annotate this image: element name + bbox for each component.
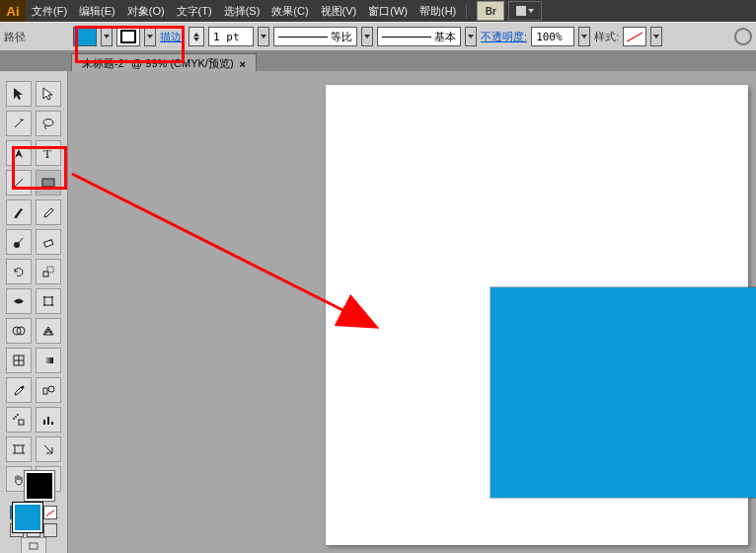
svg-point-17 xyxy=(22,386,25,389)
menu-file[interactable]: 文件(F) xyxy=(26,0,73,22)
pen-tool[interactable] xyxy=(6,140,32,166)
bridge-button[interactable]: Br xyxy=(477,1,504,21)
svg-point-21 xyxy=(15,416,17,418)
menu-view[interactable]: 视图(V) xyxy=(315,0,363,22)
app-logo: Ai xyxy=(0,0,26,22)
menu-edit[interactable]: 编辑(E) xyxy=(73,0,121,22)
blob-brush-tool[interactable] xyxy=(6,229,32,255)
svg-rect-20 xyxy=(19,420,24,425)
svg-rect-25 xyxy=(47,417,49,425)
menu-effect[interactable]: 效果(C) xyxy=(265,0,314,22)
svg-rect-30 xyxy=(30,543,38,549)
menu-separator xyxy=(466,4,467,18)
graphic-style-dropdown[interactable] xyxy=(650,27,662,46)
brush-definition[interactable]: 基本 xyxy=(377,27,461,46)
column-graph-tool[interactable] xyxy=(36,407,61,433)
eraser-tool[interactable] xyxy=(36,229,61,255)
stroke-label[interactable]: 描边: xyxy=(160,30,185,44)
svg-point-23 xyxy=(13,418,15,420)
brush-label: 基本 xyxy=(434,30,456,44)
slice-tool[interactable] xyxy=(36,436,61,462)
svg-rect-18 xyxy=(43,388,47,394)
svg-point-19 xyxy=(48,386,54,392)
mesh-tool[interactable] xyxy=(6,348,32,373)
selection-tool[interactable] xyxy=(6,81,32,107)
svg-point-11 xyxy=(43,304,45,306)
svg-point-22 xyxy=(17,414,19,416)
profile-label: 等比 xyxy=(331,30,352,44)
eyedropper-tool[interactable] xyxy=(6,377,32,403)
document-tab-title: 未标题-2* @ 99% (CMYK/预览) xyxy=(82,56,234,71)
stroke-weight-dropdown[interactable] xyxy=(258,27,269,46)
svg-point-0 xyxy=(43,119,53,126)
direct-selection-tool[interactable] xyxy=(36,81,61,107)
svg-rect-8 xyxy=(44,297,52,305)
selection-type-label: 路径 xyxy=(4,30,26,44)
paintbrush-tool[interactable] xyxy=(6,199,32,225)
menu-type[interactable]: 文字(T) xyxy=(171,0,218,22)
shape-builder-tool[interactable] xyxy=(6,318,32,344)
graphic-style-swatch[interactable] xyxy=(623,27,646,46)
screen-mode-dropdown[interactable] xyxy=(43,523,57,537)
workspace: T xyxy=(0,71,756,553)
menu-object[interactable]: 对象(O) xyxy=(121,0,171,22)
profile-dropdown[interactable] xyxy=(361,27,373,46)
brush-dropdown[interactable] xyxy=(465,27,477,46)
stroke-weight-field[interactable]: 1 pt xyxy=(208,27,254,46)
color-mode-none[interactable] xyxy=(43,506,57,519)
svg-point-12 xyxy=(51,304,53,306)
stroke-swatch[interactable] xyxy=(116,27,140,46)
document-tab[interactable]: 未标题-2* @ 99% (CMYK/预览) × xyxy=(71,53,257,73)
drawn-rectangle[interactable] xyxy=(491,287,756,498)
svg-line-2 xyxy=(15,179,23,187)
line-segment-tool[interactable] xyxy=(6,170,32,196)
svg-text:T: T xyxy=(43,146,51,160)
pencil-tool[interactable] xyxy=(36,199,61,225)
stroke-color-indicator[interactable] xyxy=(24,470,55,502)
type-tool[interactable]: T xyxy=(36,140,61,166)
rectangle-tool[interactable] xyxy=(36,170,61,196)
opacity-label[interactable]: 不透明度: xyxy=(481,30,527,44)
svg-point-9 xyxy=(43,296,45,298)
svg-rect-5 xyxy=(44,240,53,247)
svg-rect-3 xyxy=(42,179,54,187)
fill-swatch-dropdown[interactable] xyxy=(101,27,113,46)
svg-rect-26 xyxy=(51,422,53,425)
magic-wand-tool[interactable] xyxy=(6,111,32,136)
svg-rect-16 xyxy=(43,357,53,363)
svg-rect-24 xyxy=(43,420,45,425)
gradient-tool[interactable] xyxy=(36,348,61,373)
menu-bar: Ai 文件(F) 编辑(E) 对象(O) 文字(T) 选择(S) 效果(C) 视… xyxy=(0,0,756,22)
recolor-artwork-icon[interactable] xyxy=(734,28,752,45)
free-transform-tool[interactable] xyxy=(36,288,61,314)
menu-window[interactable]: 窗口(W) xyxy=(362,0,414,22)
svg-rect-27 xyxy=(15,445,23,453)
canvas-area[interactable] xyxy=(68,71,756,553)
style-label: 样式: xyxy=(594,30,619,44)
variable-width-profile[interactable]: 等比 xyxy=(273,27,357,46)
opacity-field[interactable]: 100% xyxy=(531,27,574,46)
menu-help[interactable]: 帮助(H) xyxy=(414,0,462,22)
fill-color-indicator[interactable] xyxy=(12,502,43,533)
tab-close-icon[interactable]: × xyxy=(240,58,246,70)
artboard-tool[interactable] xyxy=(6,436,32,462)
fill-swatch[interactable] xyxy=(73,27,97,46)
symbol-sprayer-tool[interactable] xyxy=(6,407,32,433)
control-bar: 路径 描边: 1 pt 等比 基本 不透明度: 100% 样式: xyxy=(0,22,756,51)
panel-collapse-button[interactable] xyxy=(21,537,46,553)
scale-tool[interactable] xyxy=(36,259,61,284)
rotate-tool[interactable] xyxy=(6,259,32,284)
tools-panel: T xyxy=(0,71,68,553)
opacity-dropdown[interactable] xyxy=(578,27,590,46)
stroke-weight-stepper[interactable] xyxy=(189,27,204,46)
perspective-grid-tool[interactable] xyxy=(36,318,61,344)
svg-point-10 xyxy=(51,296,53,298)
blend-tool[interactable] xyxy=(36,377,61,403)
menu-select[interactable]: 选择(S) xyxy=(218,0,266,22)
width-tool[interactable] xyxy=(6,288,32,314)
stroke-swatch-dropdown[interactable] xyxy=(144,27,156,46)
arrange-docs-dropdown[interactable] xyxy=(508,1,542,21)
lasso-tool[interactable] xyxy=(36,111,61,136)
